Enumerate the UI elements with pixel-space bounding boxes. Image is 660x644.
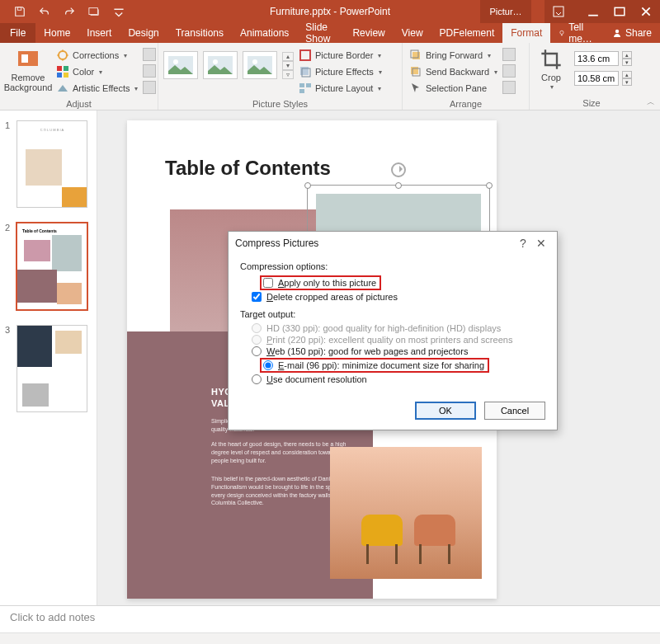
tab-pdfelement[interactable]: PDFelement <box>431 23 503 43</box>
svg-rect-12 <box>64 73 68 78</box>
ribbon-options-icon[interactable] <box>553 6 564 17</box>
maximize-icon[interactable] <box>614 6 625 17</box>
change-picture-icon[interactable] <box>143 64 156 78</box>
cancel-button[interactable]: Cancel <box>484 402 545 420</box>
remove-background-button[interactable]: Remove Background <box>5 46 51 94</box>
color-button[interactable]: Color▾ <box>54 64 139 79</box>
thumbnail-3[interactable]: 3 <box>0 322 97 424</box>
undo-icon[interactable] <box>38 5 51 18</box>
spin-down[interactable]: ▾ <box>622 59 632 66</box>
gallery-scroll[interactable]: ▴▾▿ <box>282 52 294 79</box>
width-field[interactable] <box>574 71 619 86</box>
bring-forward-button[interactable]: Bring Forward▾ <box>408 48 499 63</box>
tell-me[interactable]: Tell me… <box>550 23 604 43</box>
start-from-beginning-icon[interactable] <box>87 5 101 18</box>
resize-handle[interactable] <box>304 182 311 189</box>
reset-picture-icon[interactable] <box>143 81 156 94</box>
tell-me-label: Tell me… <box>568 21 596 45</box>
align-icon[interactable] <box>502 48 516 61</box>
tab-insert[interactable]: Insert <box>78 23 120 43</box>
share-button[interactable]: Share <box>604 23 660 43</box>
svg-point-18 <box>252 59 257 64</box>
tab-design[interactable]: Design <box>120 23 167 43</box>
apply-only-label[interactable]: Apply only to this picture <box>278 278 376 288</box>
color-icon <box>56 65 69 78</box>
picture-effects-icon <box>299 65 312 78</box>
share-label: Share <box>625 27 652 39</box>
height-field[interactable] <box>574 51 619 66</box>
group-icon[interactable] <box>502 64 516 78</box>
web-label[interactable]: Web (150 ppi): good for web pages and pr… <box>266 346 468 356</box>
spin-up[interactable]: ▴ <box>622 71 632 78</box>
tab-transitions[interactable]: Transitions <box>167 23 232 43</box>
notes-pane[interactable]: Click to add notes <box>0 605 660 632</box>
picture-border-button[interactable]: Picture Border▾ <box>297 48 384 63</box>
resize-handle[interactable] <box>395 182 402 189</box>
rotate-icon[interactable] <box>502 81 516 94</box>
tab-home[interactable]: Home <box>35 23 78 43</box>
height-input[interactable]: ▴▾ <box>571 51 632 66</box>
picture-effects-button[interactable]: Picture Effects▾ <box>297 64 384 79</box>
svg-rect-22 <box>299 83 304 87</box>
tab-review[interactable]: Review <box>344 23 393 43</box>
svg-rect-7 <box>21 54 28 63</box>
tab-slideshow[interactable]: Slide Show <box>297 23 344 43</box>
corrections-button[interactable]: Corrections▾ <box>54 48 139 63</box>
svg-rect-24 <box>299 89 304 93</box>
delete-cropped-checkbox[interactable] <box>252 292 262 302</box>
web-radio[interactable] <box>252 346 262 356</box>
compress-pictures-dialog: Compress Pictures ? ✕ Compression option… <box>228 231 558 430</box>
apply-only-checkbox[interactable] <box>263 278 273 288</box>
compression-options-label: Compression options: <box>240 261 545 271</box>
dialog-help-icon[interactable]: ? <box>514 237 532 250</box>
save-icon[interactable] <box>13 5 26 18</box>
svg-rect-25 <box>412 52 420 59</box>
spin-down[interactable]: ▾ <box>622 78 632 86</box>
group-label-adjust: Adjust <box>0 99 158 110</box>
style-thumb[interactable] <box>243 51 277 79</box>
compress-pictures-icon[interactable] <box>143 48 156 61</box>
picture-layout-icon <box>299 82 312 95</box>
crop-button[interactable]: Crop▾ <box>535 46 568 93</box>
collapse-ribbon-icon[interactable]: ︿ <box>647 96 655 108</box>
rotate-handle[interactable] <box>391 162 406 177</box>
picture-layout-button[interactable]: Picture Layout▾ <box>297 81 384 96</box>
bulb-icon <box>559 28 565 38</box>
close-icon[interactable] <box>640 6 652 17</box>
artistic-effects-button[interactable]: Artistic Effects▾ <box>54 81 139 96</box>
thumbnail-2[interactable]: 2 Table of Contents <box>0 219 97 322</box>
delete-cropped-label[interactable]: Delete cropped areas of pictures <box>266 292 398 302</box>
svg-point-8 <box>59 51 67 59</box>
qat-dropdown-icon[interactable] <box>112 5 125 18</box>
svg-rect-9 <box>57 66 62 71</box>
style-thumb[interactable] <box>203 51 238 79</box>
ok-button[interactable]: OK <box>415 402 476 420</box>
thumbnail-1[interactable]: 1 C O L U M B I A <box>0 117 97 219</box>
style-thumb[interactable] <box>163 51 198 79</box>
svg-point-16 <box>213 59 218 64</box>
email-radio[interactable] <box>263 360 273 370</box>
docres-radio[interactable] <box>252 374 262 384</box>
document-title: Furniture.pptx - PowerPoint <box>270 6 390 17</box>
picture-styles-gallery[interactable]: ▴▾▿ <box>163 46 294 79</box>
selection-pane-button[interactable]: Selection Pane <box>408 81 499 96</box>
group-label-styles: Picture Styles <box>158 99 402 110</box>
docres-label[interactable]: Use document resolution <box>266 374 367 384</box>
minimize-icon[interactable] <box>587 6 599 17</box>
title-bar: Furniture.pptx - PowerPoint Pictur… <box>0 0 660 23</box>
tab-animations[interactable]: Animations <box>232 23 297 43</box>
dialog-close-icon[interactable]: ✕ <box>532 237 550 250</box>
tab-format[interactable]: Format <box>502 23 550 43</box>
send-backward-button[interactable]: Send Backward▾ <box>408 64 499 79</box>
svg-rect-3 <box>615 7 625 15</box>
tab-file[interactable]: File <box>0 23 35 43</box>
dialog-titlebar[interactable]: Compress Pictures ? ✕ <box>229 232 557 255</box>
email-label[interactable]: E-mail (96 ppi): minimize document size … <box>278 360 484 370</box>
width-input[interactable]: ▴▾ <box>571 71 632 86</box>
tab-view[interactable]: View <box>394 23 431 43</box>
person-icon <box>612 28 622 38</box>
resize-handle[interactable] <box>486 182 493 189</box>
ribbon: Remove Background Corrections▾ Color▾ Ar… <box>0 43 660 110</box>
redo-icon[interactable] <box>63 5 76 18</box>
spin-up[interactable]: ▴ <box>622 51 632 59</box>
